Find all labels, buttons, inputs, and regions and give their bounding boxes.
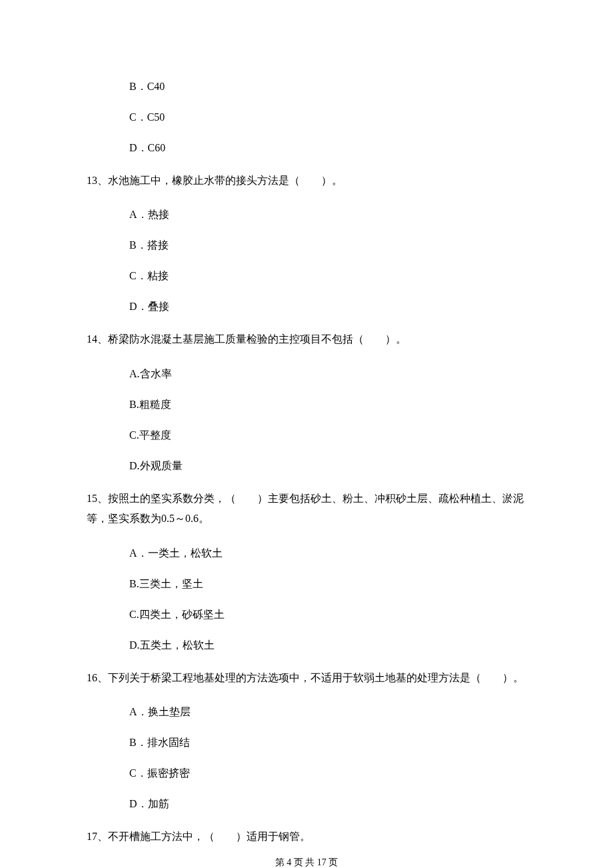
q15-option-a: A．一类土，松软土: [129, 545, 526, 561]
q15-option-c: C.四类土，砂砾坚土: [129, 607, 526, 623]
q13-option-b: B．搭接: [129, 237, 526, 253]
q16-option-b: B．排水固结: [129, 735, 526, 751]
q14-option-c: C.平整度: [129, 427, 526, 443]
q14-option-d: D.外观质量: [129, 458, 526, 474]
q15-option-b: B.三类土，坚土: [129, 576, 526, 592]
q14-option-a: A.含水率: [129, 366, 526, 382]
question-17-stem: 17、不开槽施工方法中，（ ）适用于钢管。: [87, 827, 526, 847]
q13-option-a: A．热接: [129, 207, 526, 223]
document-page: B．C40 C．C50 D．C60 13、水池施工中，橡胶止水带的接头方法是（ …: [0, 0, 613, 868]
question-13-stem: 13、水池施工中，橡胶止水带的接头方法是（ ）。: [87, 171, 526, 191]
question-16-stem: 16、下列关于桥梁工程地基处理的方法选项中，不适用于软弱土地基的处理方法是（ ）…: [87, 668, 526, 688]
q13-option-d: D．叠接: [129, 299, 526, 315]
q16-option-c: C．振密挤密: [129, 765, 526, 781]
question-15-stem: 15、按照土的坚实系数分类，（ ）主要包括砂土、粉土、冲积砂土层、疏松种植土、淤…: [87, 489, 526, 529]
q13-option-c: C．粘接: [129, 268, 526, 284]
q15-option-d: D.五类土，松软土: [129, 637, 526, 653]
page-footer: 第 4 页 共 17 页: [0, 855, 613, 868]
q14-option-b: B.粗糙度: [129, 397, 526, 413]
q16-option-a: A．换土垫层: [129, 704, 526, 720]
option-c: C．C50: [129, 109, 526, 125]
question-14-stem: 14、桥梁防水混凝土基层施工质量检验的主控项目不包括（ ）。: [87, 329, 526, 349]
q16-option-d: D．加筋: [129, 796, 526, 812]
option-b: B．C40: [129, 79, 526, 95]
option-d: D．C60: [129, 140, 526, 156]
